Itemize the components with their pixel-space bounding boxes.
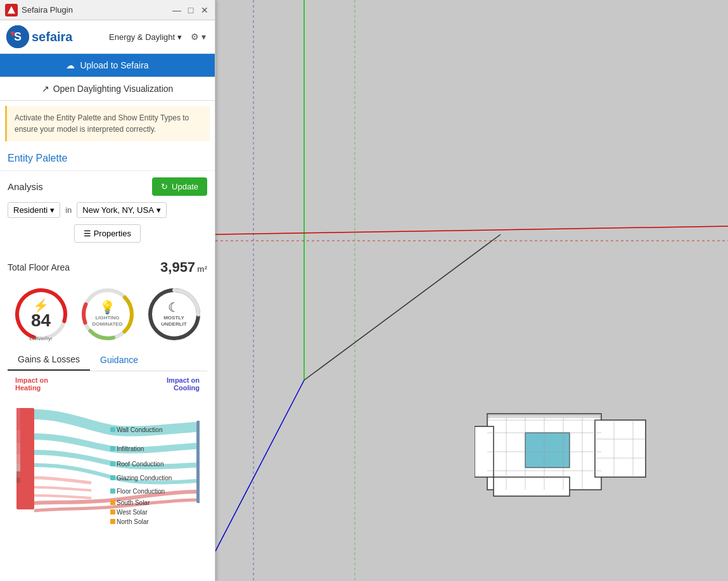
analysis-header: Analysis ↻ Update bbox=[8, 177, 207, 196]
svg-rect-19 bbox=[16, 478, 20, 483]
metrics-row: ⚡ 84 kWh/m²/yr 💡 bbox=[8, 279, 207, 349]
settings-button[interactable]: ⚙ ▾ bbox=[188, 29, 208, 44]
svg-rect-13 bbox=[16, 408, 20, 430]
svg-rect-47 bbox=[525, 433, 570, 468]
notice-box: Activate the Entity Palette and Show Ent… bbox=[5, 106, 210, 141]
svg-rect-30 bbox=[110, 461, 115, 466]
floor-area-value: 3,957 m² bbox=[160, 259, 207, 276]
daylighting-button[interactable]: ↗ Open Daylighting Visualization bbox=[0, 77, 215, 101]
header-right: Energy & Daylight ▾ ⚙ ▾ bbox=[105, 29, 208, 44]
close-button[interactable]: ✕ bbox=[200, 5, 210, 15]
upload-icon: ☁ bbox=[66, 60, 75, 70]
tab-guidance[interactable]: Guidance bbox=[90, 349, 148, 371]
daylight-circle: ☾ MOSTLYUNDERLIT bbox=[146, 286, 203, 343]
svg-text:Wall Conduction: Wall Conduction bbox=[117, 426, 162, 433]
sankey-svg: Wall Conduction Infiltration Roof Conduc… bbox=[15, 395, 200, 535]
building-dropdown-icon: ▾ bbox=[50, 205, 54, 215]
svg-text:West Solar: West Solar bbox=[117, 509, 148, 516]
building-svg bbox=[475, 376, 652, 502]
minimize-button[interactable]: — bbox=[172, 5, 182, 15]
svg-text:South Solar: South Solar bbox=[117, 499, 150, 506]
daylighting-label: Open Daylighting Visualization bbox=[53, 84, 174, 94]
left-panel: Sefaira Plugin — □ ✕ S sefaira bbox=[0, 0, 215, 581]
location-select[interactable]: New York, NY, USA ▾ bbox=[77, 202, 166, 218]
svg-rect-29 bbox=[110, 446, 115, 451]
bulb-icon: 💡 bbox=[99, 301, 115, 314]
external-link-icon: ↗ bbox=[42, 84, 49, 94]
eui-value: 84 bbox=[31, 312, 51, 329]
svg-rect-16 bbox=[16, 454, 20, 464]
impact-heating-label: Impact onHeating bbox=[15, 376, 48, 392]
app-title: Sefaira Plugin bbox=[22, 5, 73, 15]
lightning-icon: ⚡ bbox=[33, 299, 49, 312]
svg-rect-17 bbox=[16, 464, 20, 471]
svg-rect-34 bbox=[110, 509, 115, 514]
in-text: in bbox=[65, 205, 72, 215]
logo-svg: S bbox=[6, 25, 29, 48]
update-button[interactable]: ↻ Update bbox=[152, 177, 207, 196]
svg-rect-18 bbox=[16, 471, 20, 478]
svg-text:North Solar: North Solar bbox=[117, 518, 149, 525]
app-icon bbox=[5, 4, 18, 16]
logo-icon: S bbox=[6, 25, 29, 48]
svg-rect-35 bbox=[110, 519, 115, 524]
entity-palette-label: Entity Palette bbox=[8, 153, 67, 163]
notice-text: Activate the Entity Palette and Show Ent… bbox=[15, 113, 189, 134]
building-row: Residenti ▾ in New York, NY, USA ▾ bbox=[8, 202, 207, 218]
lighting-label: LIGHTINGDOMINATED bbox=[93, 315, 123, 327]
gains-losses-section: Impact onHeating Impact onCooling bbox=[8, 371, 207, 540]
analysis-label: Analysis bbox=[8, 181, 43, 192]
svg-rect-45 bbox=[595, 420, 646, 477]
building-type-select[interactable]: Residenti ▾ bbox=[8, 202, 60, 218]
entity-palette-link[interactable]: Entity Palette bbox=[0, 146, 215, 171]
gear-icon: ⚙ bbox=[191, 32, 199, 42]
logo-area: S sefaira bbox=[6, 25, 73, 48]
floor-area-unit: m² bbox=[197, 264, 207, 274]
svg-text:Glazing Conduction: Glazing Conduction bbox=[117, 475, 172, 482]
svg-rect-32 bbox=[110, 488, 115, 494]
eui-unit-label: kWh/m²/yr bbox=[13, 336, 70, 342]
tabs-row: Gains & Losses Guidance bbox=[8, 349, 207, 371]
svg-rect-33 bbox=[110, 500, 115, 505]
svg-rect-14 bbox=[16, 430, 20, 443]
svg-rect-31 bbox=[110, 475, 115, 480]
building-type-value: Residenti bbox=[13, 205, 48, 215]
energy-daylight-label: Energy & Daylight bbox=[109, 32, 175, 42]
svg-rect-15 bbox=[16, 443, 20, 454]
tab-gains-losses[interactable]: Gains & Losses bbox=[8, 349, 90, 371]
svg-line-39 bbox=[304, 234, 501, 380]
daylight-content: ☾ MOSTLYUNDERLIT bbox=[161, 301, 186, 327]
settings-arrow-icon: ▾ bbox=[201, 32, 206, 42]
floor-area-number: 3,957 bbox=[160, 259, 195, 276]
update-label: Update bbox=[172, 182, 198, 191]
svg-text:S: S bbox=[14, 30, 22, 43]
impact-labels: Impact onHeating Impact onCooling bbox=[15, 376, 200, 392]
analysis-section: Analysis ↻ Update Residenti ▾ in New Yor… bbox=[0, 171, 215, 546]
svg-text:Roof Conduction: Roof Conduction bbox=[117, 461, 164, 468]
lighting-content: 💡 LIGHTINGDOMINATED bbox=[93, 301, 123, 327]
window-controls: — □ ✕ bbox=[172, 5, 210, 15]
properties-label: ☰ Properties bbox=[84, 229, 131, 238]
brand-name: sefaira bbox=[32, 30, 73, 44]
maximize-button[interactable]: □ bbox=[186, 5, 196, 15]
refresh-icon: ↻ bbox=[161, 182, 168, 191]
header: S sefaira Energy & Daylight ▾ ⚙ ▾ bbox=[0, 20, 215, 54]
svg-line-37 bbox=[215, 380, 304, 551]
svg-rect-12 bbox=[196, 421, 200, 503]
eui-content: ⚡ 84 bbox=[31, 299, 51, 329]
app-icon-shape bbox=[8, 6, 15, 14]
eui-circle: ⚡ 84 kWh/m²/yr bbox=[13, 286, 70, 343]
moon-icon: ☾ bbox=[168, 301, 179, 314]
svg-rect-46 bbox=[494, 477, 570, 496]
location-dropdown-icon: ▾ bbox=[156, 205, 161, 215]
upload-button[interactable]: ☁ Upload to Sefaira bbox=[0, 54, 215, 77]
title-bar: Sefaira Plugin — □ ✕ bbox=[0, 0, 215, 20]
svg-rect-56 bbox=[489, 415, 600, 418]
svg-text:Floor Conduction: Floor Conduction bbox=[117, 488, 165, 495]
energy-daylight-button[interactable]: Energy & Daylight ▾ bbox=[105, 30, 186, 44]
properties-button[interactable]: ☰ Properties bbox=[74, 224, 141, 243]
impact-cooling-label: Impact onCooling bbox=[167, 376, 200, 392]
floor-area-row: Total Floor Area 3,957 m² bbox=[8, 255, 207, 279]
building-model bbox=[475, 376, 652, 505]
svg-text:Infiltration: Infiltration bbox=[117, 445, 144, 452]
